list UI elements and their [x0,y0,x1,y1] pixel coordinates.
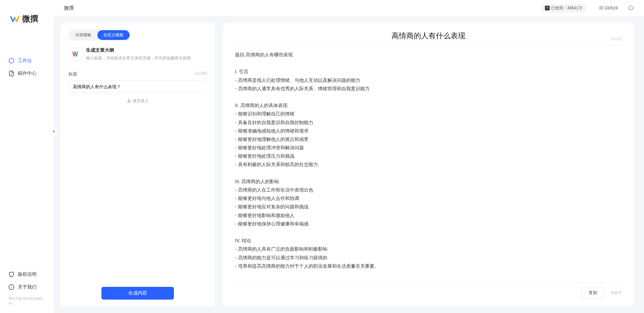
usage-label: 已使用：45641字 [551,5,582,11]
output-title: 高情商的人有什么表现 [235,31,622,41]
template-card: 生成文章大纲 输入标题，为你提供文章主体的灵感，并为其创建推文提纲 [68,47,207,61]
user-id: ID:100519 [599,6,618,10]
bottom-nav: 版权说明 关于我们 [0,268,54,296]
text-icon: T [545,6,550,10]
title-field-count: 11/100 [194,71,207,77]
sidebar-item-label: 版权说明 [18,271,37,277]
logo-text: 微撰 [22,13,38,24]
sidebar: 微撰 工作台 稿件中心 版权说明 关于我们 鄂ICP备2022016946号 [0,0,54,313]
header-title: 微撰 [64,5,74,11]
doc-icon [8,70,14,76]
output-body[interactable]: 题目:高情商的人有哪些表现 I. 引言 - 高情商是指人们处理情绪、与他人互动以… [235,51,622,282]
sidebar-item-label: 稿件中心 [18,70,37,76]
title-input[interactable] [68,81,207,93]
voice-input-label: 请空录入 [133,98,149,104]
template-tabs: 全部模板 自定义模板 [68,30,130,41]
sidebar-item-about[interactable]: 关于我们 [0,281,54,294]
input-panel: 全部模板 自定义模板 生成文章大纲 输入标题，为你提供文章主体的灵感，并为其创建… [60,23,215,306]
output-char-count: 404字 [611,290,622,296]
mic-icon [127,99,131,104]
generate-button[interactable]: 生成内容 [101,287,174,300]
logout-button[interactable] [628,4,634,12]
power-icon [628,4,634,10]
logo[interactable]: 微撰 [0,13,54,41]
sidebar-item-workspace[interactable]: 工作台 [0,54,54,67]
main-nav: 工作台 稿件中心 [0,41,54,268]
sidebar-item-label: 工作台 [18,58,32,64]
sidebar-item-drafts[interactable]: 稿件中心 [0,67,54,80]
output-panel: 高情商的人有什么表现 10/100 题目:高情商的人有哪些表现 I. 引言 - … [223,23,634,306]
chevron-left-icon [52,130,55,133]
tab-custom-templates[interactable]: 自定义模板 [97,30,130,40]
output-title-count: 10/100 [610,37,622,41]
title-field-label: 标题 [68,71,77,77]
sidebar-item-label: 关于我们 [18,284,37,290]
sidebar-item-copyright[interactable]: 版权说明 [0,268,54,281]
info-icon [8,284,14,290]
header: 微撰 T 已使用：45641字 ID:100519 [54,0,644,16]
template-desc: 输入标题，为你提供文章主体的灵感，并为其创建推文提纲 [86,55,207,61]
template-title: 生成文章大纲 [86,47,207,53]
shield-icon [8,271,14,277]
tab-all-templates[interactable]: 全部模板 [69,30,97,40]
icp-notice: 鄂ICP备2022016946号 [0,296,54,306]
copy-button[interactable]: 复制 [582,288,604,298]
voice-input-button[interactable]: 请空录入 [68,98,207,104]
collapse-sidebar-button[interactable] [51,127,56,136]
cube-icon [8,58,14,64]
usage-badge[interactable]: T 已使用：45641字 [542,4,586,12]
template-icon [68,47,82,61]
logo-icon [10,14,19,23]
